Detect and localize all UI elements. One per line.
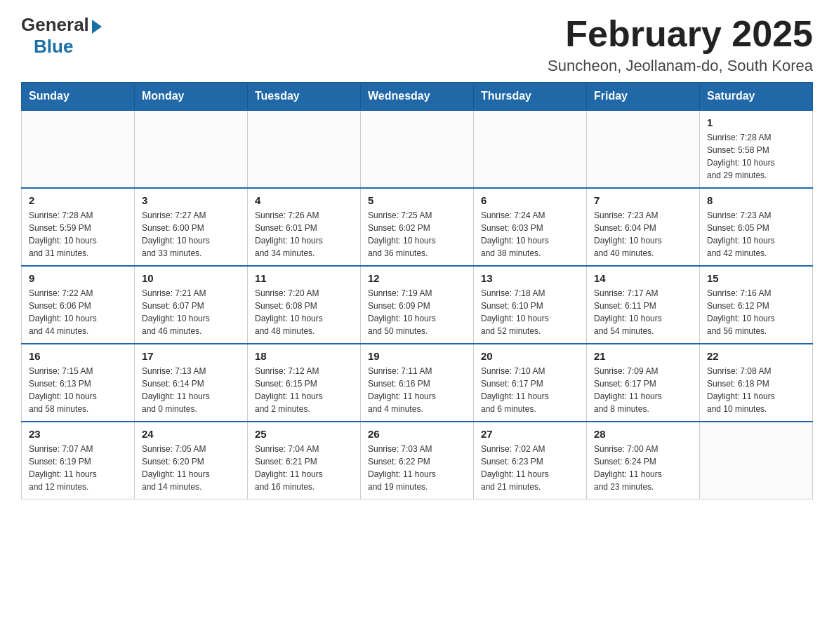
day-info: Sunrise: 7:23 AM Sunset: 6:05 PM Dayligh… <box>707 209 805 260</box>
calendar-cell: 8Sunrise: 7:23 AM Sunset: 6:05 PM Daylig… <box>700 188 813 266</box>
day-number: 15 <box>707 272 805 284</box>
calendar-cell: 23Sunrise: 7:07 AM Sunset: 6:19 PM Dayli… <box>22 422 135 499</box>
calendar-cell: 17Sunrise: 7:13 AM Sunset: 6:14 PM Dayli… <box>135 344 248 422</box>
calendar-cell <box>361 110 474 188</box>
day-number: 28 <box>594 428 692 440</box>
day-info: Sunrise: 7:08 AM Sunset: 6:18 PM Dayligh… <box>707 365 805 415</box>
day-number: 5 <box>368 194 466 206</box>
page-title: February 2025 <box>548 14 813 54</box>
calendar-body: 1Sunrise: 7:28 AM Sunset: 5:58 PM Daylig… <box>22 110 813 499</box>
day-number: 27 <box>481 428 579 440</box>
day-number: 21 <box>594 350 692 362</box>
day-number: 22 <box>707 350 805 362</box>
header-day-friday: Friday <box>587 83 700 111</box>
day-info: Sunrise: 7:16 AM Sunset: 6:12 PM Dayligh… <box>707 287 805 337</box>
day-info: Sunrise: 7:12 AM Sunset: 6:15 PM Dayligh… <box>255 365 353 415</box>
calendar-week-0: 1Sunrise: 7:28 AM Sunset: 5:58 PM Daylig… <box>22 110 813 188</box>
day-info: Sunrise: 7:02 AM Sunset: 6:23 PM Dayligh… <box>481 443 579 493</box>
calendar-cell: 20Sunrise: 7:10 AM Sunset: 6:17 PM Dayli… <box>474 344 587 422</box>
calendar-table: SundayMondayTuesdayWednesdayThursdayFrid… <box>21 82 813 499</box>
logo-general-text: General <box>21 14 89 36</box>
calendar-cell: 19Sunrise: 7:11 AM Sunset: 6:16 PM Dayli… <box>361 344 474 422</box>
day-info: Sunrise: 7:19 AM Sunset: 6:09 PM Dayligh… <box>368 287 466 337</box>
day-number: 20 <box>481 350 579 362</box>
header-day-tuesday: Tuesday <box>248 83 361 111</box>
calendar-cell <box>248 110 361 188</box>
day-number: 10 <box>142 272 240 284</box>
day-info: Sunrise: 7:21 AM Sunset: 6:07 PM Dayligh… <box>142 287 240 337</box>
day-info: Sunrise: 7:17 AM Sunset: 6:11 PM Dayligh… <box>594 287 692 337</box>
calendar-cell: 11Sunrise: 7:20 AM Sunset: 6:08 PM Dayli… <box>248 266 361 344</box>
day-info: Sunrise: 7:18 AM Sunset: 6:10 PM Dayligh… <box>481 287 579 337</box>
day-number: 12 <box>368 272 466 284</box>
calendar-cell: 25Sunrise: 7:04 AM Sunset: 6:21 PM Dayli… <box>248 422 361 499</box>
day-number: 18 <box>255 350 353 362</box>
calendar-week-1: 2Sunrise: 7:28 AM Sunset: 5:59 PM Daylig… <box>22 188 813 266</box>
day-info: Sunrise: 7:10 AM Sunset: 6:17 PM Dayligh… <box>481 365 579 415</box>
calendar-cell: 10Sunrise: 7:21 AM Sunset: 6:07 PM Dayli… <box>135 266 248 344</box>
calendar-week-4: 23Sunrise: 7:07 AM Sunset: 6:19 PM Dayli… <box>22 422 813 499</box>
day-number: 9 <box>29 272 127 284</box>
calendar-cell: 26Sunrise: 7:03 AM Sunset: 6:22 PM Dayli… <box>361 422 474 499</box>
calendar-week-2: 9Sunrise: 7:22 AM Sunset: 6:06 PM Daylig… <box>22 266 813 344</box>
day-info: Sunrise: 7:09 AM Sunset: 6:17 PM Dayligh… <box>594 365 692 415</box>
calendar-cell: 2Sunrise: 7:28 AM Sunset: 5:59 PM Daylig… <box>22 188 135 266</box>
calendar-cell: 7Sunrise: 7:23 AM Sunset: 6:04 PM Daylig… <box>587 188 700 266</box>
day-info: Sunrise: 7:28 AM Sunset: 5:58 PM Dayligh… <box>707 131 805 182</box>
day-number: 25 <box>255 428 353 440</box>
calendar-cell: 16Sunrise: 7:15 AM Sunset: 6:13 PM Dayli… <box>22 344 135 422</box>
header-day-wednesday: Wednesday <box>361 83 474 111</box>
day-number: 19 <box>368 350 466 362</box>
day-info: Sunrise: 7:03 AM Sunset: 6:22 PM Dayligh… <box>368 443 466 493</box>
day-info: Sunrise: 7:04 AM Sunset: 6:21 PM Dayligh… <box>255 443 353 493</box>
logo-blue-text: Blue <box>34 36 73 58</box>
day-info: Sunrise: 7:07 AM Sunset: 6:19 PM Dayligh… <box>29 443 127 493</box>
day-number: 3 <box>142 194 240 206</box>
calendar-cell: 13Sunrise: 7:18 AM Sunset: 6:10 PM Dayli… <box>474 266 587 344</box>
calendar-cell: 4Sunrise: 7:26 AM Sunset: 6:01 PM Daylig… <box>248 188 361 266</box>
header-row: SundayMondayTuesdayWednesdayThursdayFrid… <box>22 83 813 111</box>
day-info: Sunrise: 7:23 AM Sunset: 6:04 PM Dayligh… <box>594 209 692 260</box>
calendar-cell: 1Sunrise: 7:28 AM Sunset: 5:58 PM Daylig… <box>700 110 813 188</box>
day-number: 23 <box>29 428 127 440</box>
day-number: 4 <box>255 194 353 206</box>
logo-arrow-icon <box>92 20 102 34</box>
day-info: Sunrise: 7:26 AM Sunset: 6:01 PM Dayligh… <box>255 209 353 260</box>
header-day-monday: Monday <box>135 83 248 111</box>
calendar-cell: 18Sunrise: 7:12 AM Sunset: 6:15 PM Dayli… <box>248 344 361 422</box>
calendar-cell: 21Sunrise: 7:09 AM Sunset: 6:17 PM Dayli… <box>587 344 700 422</box>
day-info: Sunrise: 7:00 AM Sunset: 6:24 PM Dayligh… <box>594 443 692 493</box>
calendar-cell <box>135 110 248 188</box>
day-number: 13 <box>481 272 579 284</box>
day-number: 6 <box>481 194 579 206</box>
day-info: Sunrise: 7:28 AM Sunset: 5:59 PM Dayligh… <box>29 209 127 260</box>
day-number: 8 <box>707 194 805 206</box>
day-info: Sunrise: 7:13 AM Sunset: 6:14 PM Dayligh… <box>142 365 240 415</box>
day-info: Sunrise: 7:11 AM Sunset: 6:16 PM Dayligh… <box>368 365 466 415</box>
day-number: 2 <box>29 194 127 206</box>
logo: General Blue <box>21 14 102 58</box>
calendar-cell: 28Sunrise: 7:00 AM Sunset: 6:24 PM Dayli… <box>587 422 700 499</box>
header-day-thursday: Thursday <box>474 83 587 111</box>
day-number: 16 <box>29 350 127 362</box>
day-info: Sunrise: 7:22 AM Sunset: 6:06 PM Dayligh… <box>29 287 127 337</box>
page-header: General Blue February 2025 Suncheon, Jeo… <box>21 14 813 75</box>
calendar-cell <box>700 422 813 499</box>
calendar-cell: 9Sunrise: 7:22 AM Sunset: 6:06 PM Daylig… <box>22 266 135 344</box>
calendar-cell: 24Sunrise: 7:05 AM Sunset: 6:20 PM Dayli… <box>135 422 248 499</box>
day-info: Sunrise: 7:20 AM Sunset: 6:08 PM Dayligh… <box>255 287 353 337</box>
calendar-cell: 3Sunrise: 7:27 AM Sunset: 6:00 PM Daylig… <box>135 188 248 266</box>
calendar-cell: 22Sunrise: 7:08 AM Sunset: 6:18 PM Dayli… <box>700 344 813 422</box>
calendar-cell <box>22 110 135 188</box>
page-subtitle: Suncheon, Jeollanam-do, South Korea <box>548 57 813 75</box>
calendar-cell: 14Sunrise: 7:17 AM Sunset: 6:11 PM Dayli… <box>587 266 700 344</box>
day-info: Sunrise: 7:27 AM Sunset: 6:00 PM Dayligh… <box>142 209 240 260</box>
calendar-cell: 6Sunrise: 7:24 AM Sunset: 6:03 PM Daylig… <box>474 188 587 266</box>
day-number: 26 <box>368 428 466 440</box>
title-block: February 2025 Suncheon, Jeollanam-do, So… <box>548 14 813 75</box>
calendar-week-3: 16Sunrise: 7:15 AM Sunset: 6:13 PM Dayli… <box>22 344 813 422</box>
day-info: Sunrise: 7:05 AM Sunset: 6:20 PM Dayligh… <box>142 443 240 493</box>
calendar-cell: 5Sunrise: 7:25 AM Sunset: 6:02 PM Daylig… <box>361 188 474 266</box>
day-number: 24 <box>142 428 240 440</box>
calendar-cell: 27Sunrise: 7:02 AM Sunset: 6:23 PM Dayli… <box>474 422 587 499</box>
